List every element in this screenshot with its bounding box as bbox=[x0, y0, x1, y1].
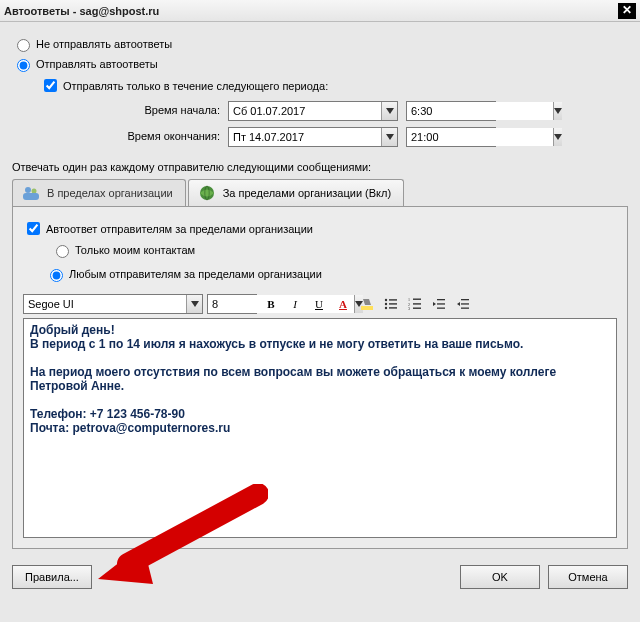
outside-enable-checkbox[interactable] bbox=[27, 222, 40, 235]
end-time-input[interactable] bbox=[407, 128, 553, 146]
start-time-combo[interactable] bbox=[406, 101, 496, 121]
radio-any-sender-label: Любым отправителям за пределами организа… bbox=[69, 268, 322, 280]
radio-send-input[interactable] bbox=[17, 59, 30, 72]
close-icon[interactable]: ✕ bbox=[618, 3, 636, 19]
radio-do-not-send-input[interactable] bbox=[17, 39, 30, 52]
tab-inside-label: В пределах организации bbox=[47, 187, 173, 199]
underline-icon[interactable]: U bbox=[309, 294, 329, 314]
chevron-down-icon[interactable] bbox=[381, 102, 397, 120]
svg-rect-18 bbox=[437, 299, 445, 300]
people-icon bbox=[21, 184, 41, 202]
bullets-icon[interactable] bbox=[381, 294, 401, 314]
indent-icon[interactable] bbox=[453, 294, 473, 314]
radio-send-label: Отправлять автоответы bbox=[36, 58, 158, 70]
svg-rect-22 bbox=[461, 303, 469, 304]
end-time-combo[interactable] bbox=[406, 127, 496, 147]
cancel-button[interactable]: Отмена bbox=[548, 565, 628, 589]
rules-button[interactable]: Правила... bbox=[12, 565, 92, 589]
radio-only-contacts-label: Только моим контактам bbox=[75, 244, 195, 256]
outdent-icon[interactable] bbox=[429, 294, 449, 314]
period-checkbox-row[interactable]: Отправлять только в течение следующего п… bbox=[40, 76, 628, 95]
svg-rect-2 bbox=[23, 193, 39, 200]
radio-do-not-send[interactable]: Не отправлять автоответы bbox=[12, 36, 628, 52]
font-color-icon[interactable]: A bbox=[333, 294, 353, 314]
font-size-combo[interactable] bbox=[207, 294, 257, 314]
radio-any-sender-input[interactable] bbox=[50, 269, 63, 282]
chevron-down-icon[interactable] bbox=[186, 295, 202, 313]
svg-rect-21 bbox=[461, 299, 469, 300]
tab-inside-org[interactable]: В пределах организации bbox=[12, 179, 186, 206]
numbered-list-icon[interactable]: 123 bbox=[405, 294, 425, 314]
svg-rect-5 bbox=[361, 306, 373, 310]
radio-only-contacts[interactable]: Только моим контактам bbox=[51, 242, 617, 258]
font-name-input[interactable] bbox=[24, 295, 186, 313]
radio-any-sender[interactable]: Любым отправителям за пределами организа… bbox=[45, 266, 322, 282]
radio-only-contacts-input[interactable] bbox=[56, 245, 69, 258]
radio-send[interactable]: Отправлять автоответы bbox=[12, 56, 628, 72]
svg-rect-11 bbox=[389, 307, 397, 308]
svg-rect-13 bbox=[413, 299, 421, 300]
end-date-combo[interactable] bbox=[228, 127, 398, 147]
period-checkbox-label: Отправлять только в течение следующего п… bbox=[63, 80, 328, 92]
highlight-icon[interactable] bbox=[357, 294, 377, 314]
window-title: Автоответы - sag@shpost.ru bbox=[4, 5, 618, 17]
start-time-input[interactable] bbox=[407, 102, 553, 120]
message-editor[interactable]: Добрый день! В период с 1 по 14 июля я н… bbox=[23, 318, 617, 538]
outside-enable-label: Автоответ отправителям за пределами орга… bbox=[46, 223, 313, 235]
ok-button[interactable]: OK bbox=[460, 565, 540, 589]
title-bar: Автоответы - sag@shpost.ru ✕ bbox=[0, 0, 640, 22]
svg-rect-15 bbox=[413, 303, 421, 304]
tab-outside-label: За пределами организации (Вкл) bbox=[223, 187, 391, 199]
end-label: Время окончания: bbox=[90, 127, 220, 147]
svg-rect-19 bbox=[437, 303, 445, 304]
start-date-combo[interactable] bbox=[228, 101, 398, 121]
svg-rect-7 bbox=[389, 299, 397, 300]
format-toolbar: B I U A 123 bbox=[23, 294, 617, 314]
globe-icon bbox=[197, 184, 217, 202]
svg-rect-17 bbox=[413, 308, 421, 309]
end-date-input[interactable] bbox=[229, 128, 381, 146]
svg-point-10 bbox=[385, 307, 387, 309]
svg-rect-9 bbox=[389, 303, 397, 304]
start-label: Время начала: bbox=[90, 101, 220, 121]
italic-icon[interactable]: I bbox=[285, 294, 305, 314]
chevron-down-icon[interactable] bbox=[553, 102, 562, 120]
reply-section-label: Отвечать один раз каждому отправителю сл… bbox=[12, 161, 628, 173]
chevron-down-icon[interactable] bbox=[553, 128, 562, 146]
chevron-down-icon[interactable] bbox=[381, 128, 397, 146]
tab-outside-org[interactable]: За пределами организации (Вкл) bbox=[188, 179, 404, 206]
svg-text:3: 3 bbox=[408, 306, 410, 311]
dialog-buttons: Правила... OK Отмена bbox=[0, 555, 640, 593]
bold-icon[interactable]: B bbox=[261, 294, 281, 314]
tabs: В пределах организации За пределами орга… bbox=[12, 179, 628, 207]
svg-point-6 bbox=[385, 299, 387, 301]
font-name-combo[interactable] bbox=[23, 294, 203, 314]
svg-point-1 bbox=[32, 189, 37, 194]
svg-point-0 bbox=[25, 187, 31, 193]
svg-rect-20 bbox=[437, 308, 445, 309]
tab-panel-outside: Автоответ отправителям за пределами орга… bbox=[12, 207, 628, 549]
outside-enable-row[interactable]: Автоответ отправителям за пределами орга… bbox=[23, 219, 617, 238]
start-date-input[interactable] bbox=[229, 102, 381, 120]
period-checkbox[interactable] bbox=[44, 79, 57, 92]
svg-rect-23 bbox=[461, 308, 469, 309]
radio-do-not-send-label: Не отправлять автоответы bbox=[36, 38, 172, 50]
svg-point-8 bbox=[385, 303, 387, 305]
